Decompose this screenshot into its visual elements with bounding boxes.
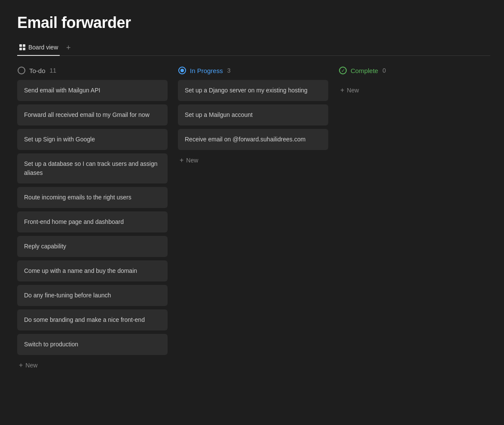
tab-label: Board view	[28, 44, 58, 51]
page-title: Email forwarder	[17, 14, 490, 32]
todo-column-count: 11	[50, 67, 57, 74]
in-progress-column-title: In Progress	[190, 67, 223, 74]
table-row[interactable]: Come up with a name and buy the domain	[17, 260, 168, 281]
complete-column-title: Complete	[351, 67, 378, 74]
tab-board-view[interactable]: Board view	[17, 40, 60, 56]
complete-add-label: New	[347, 87, 359, 94]
todo-add-label: New	[25, 362, 37, 369]
table-row[interactable]: Do some branding and make a nice front-e…	[17, 309, 168, 330]
column-header-in-progress: In Progress 3	[178, 66, 328, 75]
svg-rect-2	[19, 48, 22, 50]
in-progress-add-label: New	[186, 157, 198, 164]
table-row[interactable]: Forward all received email to my Gmail f…	[17, 104, 168, 125]
table-row[interactable]: Do any fine-tuning before launch	[17, 285, 168, 306]
board-icon	[19, 44, 26, 51]
table-row[interactable]: Set up a database so I can track users a…	[17, 153, 168, 183]
column-todo: To-do 11 Send email with Mailgun API For…	[17, 66, 168, 371]
table-row[interactable]: Front-end home page and dashboard	[17, 211, 168, 232]
todo-add-new-button[interactable]: + New	[17, 359, 168, 371]
plus-icon: +	[180, 157, 183, 164]
table-row[interactable]: Set up a Mailgun account	[178, 104, 328, 125]
svg-rect-3	[23, 48, 25, 50]
table-row[interactable]: Reply capability	[17, 236, 168, 257]
svg-rect-0	[19, 44, 22, 47]
svg-rect-1	[23, 44, 25, 47]
tabs-bar: Board view +	[17, 40, 490, 56]
board-container: To-do 11 Send email with Mailgun API For…	[17, 66, 490, 371]
todo-cards-list: Send email with Mailgun API Forward all …	[17, 80, 168, 355]
table-row[interactable]: Switch to production	[17, 334, 168, 355]
add-tab-button[interactable]: +	[63, 43, 73, 53]
plus-icon: +	[19, 362, 23, 369]
plus-icon: +	[340, 87, 344, 94]
column-in-progress: In Progress 3 Set up a Django server on …	[178, 66, 328, 166]
table-row[interactable]: Set up a Django server on my existing ho…	[178, 80, 328, 101]
page-container: Email forwarder Board view + To-do	[0, 0, 504, 385]
todo-column-title: To-do	[29, 67, 46, 74]
table-row[interactable]: Set up Sign in with Google	[17, 129, 168, 150]
complete-add-new-button[interactable]: + New	[339, 84, 489, 96]
in-progress-add-new-button[interactable]: + New	[178, 154, 328, 166]
in-progress-icon	[178, 66, 186, 75]
todo-icon	[17, 66, 26, 75]
complete-icon: ✓	[339, 66, 347, 75]
column-header-complete: ✓ Complete 0	[339, 66, 489, 75]
column-header-todo: To-do 11	[17, 66, 168, 75]
in-progress-cards-list: Set up a Django server on my existing ho…	[178, 80, 328, 150]
in-progress-column-count: 3	[227, 67, 231, 74]
column-complete: ✓ Complete 0 + New	[339, 66, 489, 96]
table-row[interactable]: Receive email on @forward.suhailidrees.c…	[178, 129, 328, 150]
complete-column-count: 0	[382, 67, 386, 74]
table-row[interactable]: Send email with Mailgun API	[17, 80, 168, 101]
table-row[interactable]: Route incoming emails to the right users	[17, 187, 168, 208]
